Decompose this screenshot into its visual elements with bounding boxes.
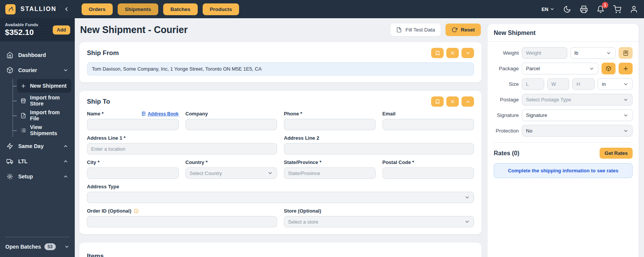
package-select-value: Parcel [526,66,540,71]
signature-select[interactable]: Signature [522,109,633,121]
nav-batches-button[interactable]: Batches [163,3,198,15]
size-height-input[interactable] [572,78,595,90]
sidebar-item-courier[interactable]: Courier [3,63,71,78]
save-address-button[interactable] [431,96,444,107]
lightning-icon [6,143,13,150]
add-funds-button[interactable]: Add [53,25,70,35]
postage-select[interactable]: Select Postage Type [522,94,633,106]
package-label: Package [494,66,519,71]
store-icon [20,98,26,104]
ship-to-heading: Ship To [87,98,110,106]
email-input[interactable] [383,119,474,130]
address2-input[interactable] [284,143,474,155]
sidebar-item-dashboard[interactable]: Dashboard [3,47,71,63]
phone-input[interactable] [284,119,376,130]
address1-field-group: Address Line 1 * [87,135,277,155]
open-batches-toggle[interactable]: Open Batches 53 [0,237,75,257]
chevron-down-icon [550,7,554,11]
order-id-field-group: Order ID (Optional) [87,208,277,227]
notifications-button[interactable]: 1 [597,5,605,13]
size-length-input[interactable] [522,78,544,90]
name-input[interactable] [87,119,179,130]
chevron-down-icon [464,219,470,224]
package-select[interactable]: Parcel [522,63,598,74]
address-type-field-group: Address Type [87,184,474,203]
cart-button[interactable] [613,5,621,13]
bookmark-icon [435,50,440,56]
sidebar-nav: Dashboard Courier New Shipment [0,41,75,184]
open-batches-label: Open Batches [5,244,41,250]
weight-label: Weight [494,50,519,56]
protection-select[interactable]: No [522,125,633,137]
postage-label: Postage [494,97,519,102]
collapse-section-button[interactable] [461,48,474,58]
sidebar-item-label: Courier [18,67,37,73]
items-card: Items [79,243,482,257]
chevron-up-icon [63,159,68,164]
address-type-select[interactable] [87,192,474,203]
nav-orders-button[interactable]: Orders [82,3,113,15]
protection-select-value: No [526,128,532,134]
country-label: Country * [186,159,277,165]
size-unit-select[interactable]: in [598,78,633,90]
company-label: Company [186,111,277,117]
sidebar-item-setup[interactable]: Setup [3,169,71,184]
phone-label: Phone * [284,111,376,117]
reset-button[interactable]: Reset [446,24,481,36]
chevron-down-icon [465,50,471,56]
home-icon [6,52,13,58]
city-input[interactable] [87,167,179,179]
weight-unit-select[interactable]: lb [570,47,616,59]
stallion-logo[interactable] [5,4,16,14]
size-label: Size [494,81,519,87]
ship-from-heading: Ship From [87,49,119,57]
scale-button[interactable] [619,47,633,59]
sidebar-item-ltl[interactable]: LTL [3,154,71,169]
sidebar-item-label: New Shipment [30,83,66,89]
signature-label: Signature [494,112,519,118]
signature-select-value: Signature [526,112,547,118]
postal-code-input[interactable] [383,167,474,179]
language-selector[interactable]: EN [542,6,554,12]
clear-section-button[interactable] [446,48,459,58]
add-package-button[interactable] [619,63,633,74]
size-width-input[interactable] [547,78,570,90]
info-icon[interactable] [134,208,139,214]
sidebar-item-label: Setup [18,173,33,180]
sidebar-item-new-shipment[interactable]: New Shipment [17,79,71,93]
get-rates-button[interactable]: Get Rates [600,148,633,159]
account-button[interactable] [630,5,638,13]
sidebar: Available Funds $352.10 Add Dashboard Co… [0,18,75,257]
order-id-input[interactable] [87,216,277,227]
save-address-button[interactable] [431,48,444,58]
country-select[interactable]: Select Country [186,167,277,179]
chevron-down-icon [268,170,273,176]
clear-section-button[interactable] [446,96,459,107]
chevron-down-icon [464,195,470,200]
sidebar-item-import-from-file[interactable]: Import from File [17,109,71,122]
fill-test-data-label: Fill Test Data [405,27,435,33]
ship-from-address[interactable]: Tom Davison, Some Company, Inc, 1 Yonge … [87,62,474,76]
address-book-icon [141,111,146,116]
company-input[interactable] [186,119,277,130]
sidebar-item-import-from-store[interactable]: Import from Store [17,94,71,107]
state-input[interactable] [284,167,376,179]
address1-input[interactable] [87,143,277,155]
store-select[interactable]: Select a store [284,216,474,227]
print-button[interactable] [580,5,588,13]
collapse-section-button[interactable] [461,96,474,107]
sidebar-collapse-button[interactable] [63,6,69,12]
postal-field-group: Postal Code * [383,159,474,179]
ship-to-actions [431,96,474,107]
fill-test-data-button[interactable]: Fill Test Data [390,24,441,36]
weight-input[interactable] [522,47,567,59]
address-book-link[interactable]: Address Book [141,111,178,117]
nav-products-button[interactable]: Products [203,3,239,15]
sidebar-item-view-shipments[interactable]: View Shipments [17,123,71,137]
protection-row: Protection No [494,125,633,137]
store-select-value: Select a store [288,219,318,225]
dark-mode-toggle[interactable] [563,5,571,13]
sidebar-item-same-day[interactable]: Same Day [3,139,71,154]
nav-shipments-button[interactable]: Shipments [118,3,158,15]
package-box-button[interactable] [601,63,616,74]
